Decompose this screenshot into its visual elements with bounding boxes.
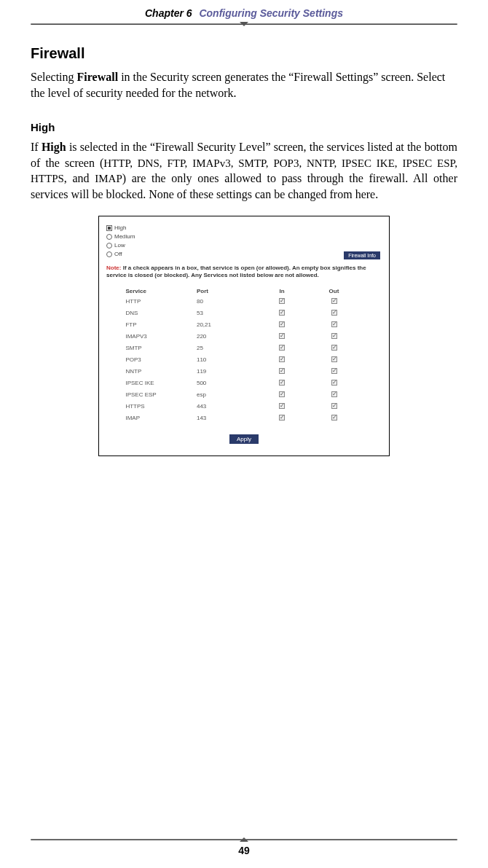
- footer-rule: [31, 839, 457, 840]
- checkbox-icon: [331, 415, 337, 421]
- table-row: IPSEC IKE500: [125, 378, 362, 389]
- checkbox-icon: [279, 380, 285, 386]
- cell-service: HTTP: [125, 298, 197, 305]
- table-row: IPSEC ESPesp: [125, 389, 362, 401]
- cell-service: SMTP: [125, 345, 197, 352]
- checkbox-icon: [279, 356, 285, 362]
- cell-out: [308, 403, 361, 410]
- cell-service: IPSEC IKE: [125, 380, 197, 387]
- cell-port: 53: [197, 310, 256, 317]
- checkbox-icon: [331, 310, 337, 316]
- cell-port: 20,21: [197, 321, 256, 329]
- checkbox-icon: [279, 345, 285, 351]
- col-out: Out: [308, 288, 361, 294]
- security-level-radio-group: High Medium Low Off: [106, 224, 382, 259]
- cell-out: [308, 356, 361, 364]
- cell-service: IMAPV3: [125, 333, 197, 340]
- table-row: IMAP143: [125, 413, 362, 424]
- firewall-info-button[interactable]: Firewall Info: [344, 251, 380, 259]
- cell-port: 110: [197, 356, 256, 364]
- apply-button[interactable]: Apply: [229, 434, 259, 444]
- radio-icon: [106, 234, 112, 240]
- firewall-screenshot: High Medium Low Off Firewall Info Note: …: [98, 216, 390, 456]
- section-heading-firewall: Firewall: [31, 45, 457, 62]
- cell-service: HTTPS: [125, 403, 197, 410]
- checkbox-icon: [331, 321, 337, 327]
- chapter-label: Chapter 6: [145, 7, 192, 19]
- high-description-paragraph: If High is selected in the “Firewall Sec…: [31, 139, 457, 202]
- cell-port: 143: [197, 415, 256, 422]
- col-port: Port: [197, 288, 256, 294]
- cell-port: esp: [197, 391, 256, 399]
- checkbox-icon: [279, 415, 285, 421]
- cell-in: [256, 321, 308, 329]
- checkbox-icon: [331, 333, 337, 339]
- cell-out: [308, 415, 361, 422]
- table-row: SMTP25: [125, 343, 362, 354]
- col-in: In: [256, 288, 308, 294]
- checkbox-icon: [279, 298, 285, 304]
- cell-port: 25: [197, 345, 256, 352]
- cell-service: FTP: [125, 321, 197, 329]
- header-rule: [31, 23, 457, 25]
- checkbox-icon: [331, 298, 337, 304]
- checkbox-icon: [279, 368, 285, 374]
- table-row: IMAPV3220: [125, 331, 362, 343]
- cell-in: [256, 298, 308, 305]
- page-number: 49: [31, 845, 457, 856]
- radio-icon: [106, 225, 112, 231]
- cell-out: [308, 298, 361, 305]
- cell-in: [256, 333, 308, 340]
- cell-in: [256, 391, 308, 399]
- checkbox-icon: [331, 368, 337, 374]
- table-row: HTTP80: [125, 296, 362, 308]
- table-row: DNS53: [125, 308, 362, 319]
- checkbox-icon: [331, 403, 337, 409]
- cell-out: [308, 368, 361, 375]
- table-row: POP3110: [125, 354, 362, 366]
- cell-out: [308, 345, 361, 352]
- subsection-heading-high: High: [31, 121, 457, 133]
- cell-port: 500: [197, 380, 256, 387]
- cell-port: 220: [197, 333, 256, 340]
- radio-high[interactable]: High: [106, 224, 382, 232]
- checkbox-icon: [331, 356, 337, 362]
- cell-service: POP3: [125, 356, 197, 364]
- table-row: FTP20,21: [125, 319, 362, 331]
- cell-port: 443: [197, 403, 256, 410]
- radio-low[interactable]: Low: [106, 241, 382, 250]
- col-service: Service: [125, 288, 197, 294]
- checkbox-icon: [279, 391, 285, 397]
- cell-in: [256, 403, 308, 410]
- cell-port: 80: [197, 298, 256, 305]
- radio-icon: [106, 243, 112, 249]
- cell-out: [308, 333, 361, 340]
- radio-icon: [106, 251, 112, 257]
- cell-in: [256, 368, 308, 375]
- cell-in: [256, 415, 308, 422]
- cell-out: [308, 391, 361, 399]
- radio-medium[interactable]: Medium: [106, 232, 382, 241]
- radio-off[interactable]: Off: [106, 250, 382, 259]
- page-header: Chapter 6 Configuring Security Settings: [31, 0, 457, 23]
- checkbox-icon: [279, 310, 285, 316]
- cell-in: [256, 310, 308, 317]
- note-text: Note: If a check appears in a box, that …: [106, 265, 382, 279]
- cell-service: NNTP: [125, 368, 197, 375]
- page-footer: 49: [31, 839, 457, 856]
- table-header-row: Service Port In Out: [125, 286, 362, 296]
- checkbox-icon: [331, 391, 337, 397]
- cell-service: DNS: [125, 310, 197, 317]
- checkbox-icon: [279, 333, 285, 339]
- cell-out: [308, 310, 361, 317]
- cell-in: [256, 345, 308, 352]
- checkbox-icon: [279, 321, 285, 327]
- services-table: Service Port In Out HTTP80DNS53FTP20,21I…: [125, 286, 362, 424]
- table-row: HTTPS443: [125, 401, 362, 413]
- cell-port: 119: [197, 368, 256, 375]
- chapter-title: Configuring Security Settings: [199, 7, 343, 19]
- firewall-intro-paragraph: Selecting Firewall in the Security scree…: [31, 69, 457, 101]
- cell-in: [256, 380, 308, 387]
- cell-out: [308, 321, 361, 329]
- cell-out: [308, 380, 361, 387]
